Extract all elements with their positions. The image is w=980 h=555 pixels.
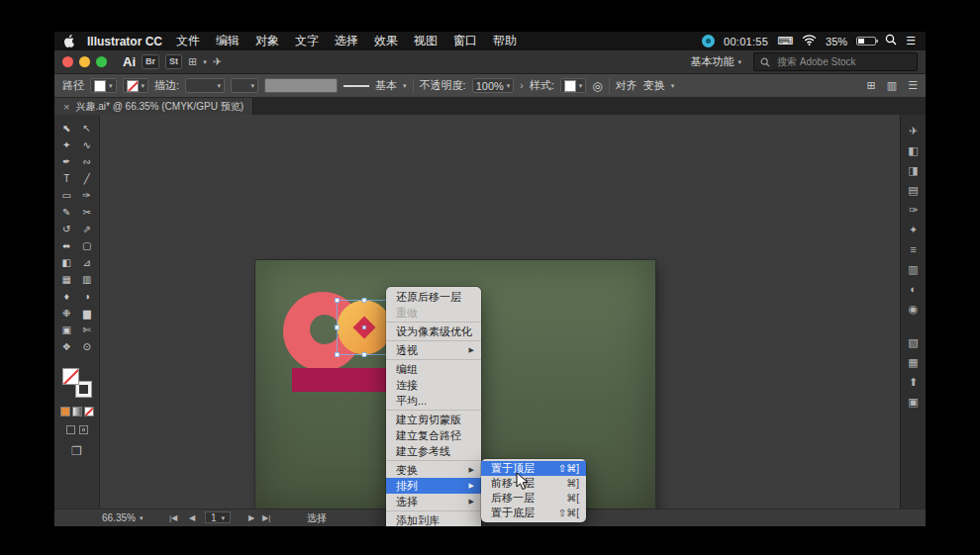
scale-tool[interactable]: ⇗ xyxy=(77,221,98,237)
symbols-panel-icon[interactable]: ✦ xyxy=(901,220,926,239)
layers-panel-icon[interactable]: ▧ xyxy=(901,332,926,352)
opacity-dropdown[interactable]: 100%▾ xyxy=(472,78,515,93)
none-button[interactable] xyxy=(84,407,94,416)
shape-builder-tool[interactable]: ◧ xyxy=(56,254,77,271)
blend-tool[interactable]: ◑ xyxy=(77,288,98,305)
color-button[interactable] xyxy=(60,407,70,416)
stock-search-input[interactable] xyxy=(775,55,900,68)
gradient-panel-icon[interactable]: ▥ xyxy=(901,259,926,279)
menu-item-make-pixel-perfect[interactable]: 设为像素级优化 xyxy=(386,324,481,339)
apple-menu[interactable] xyxy=(64,35,75,47)
menubar-item-effect[interactable]: 效果 xyxy=(366,33,406,49)
menubar-item-view[interactable]: 视图 xyxy=(406,33,445,49)
menubar-item-help[interactable]: 帮助 xyxy=(485,33,525,49)
paintbrush-tool[interactable]: ✑ xyxy=(77,187,98,204)
line-segment-tool[interactable]: ╱ xyxy=(77,170,98,187)
menubar-item-edit[interactable]: 编辑 xyxy=(208,33,247,49)
menubar-list-icon[interactable]: ☰ xyxy=(906,36,916,46)
opacity-spinner-icon[interactable]: › xyxy=(520,80,523,91)
first-artboard-button[interactable]: |◀ xyxy=(169,509,177,526)
artboards-panel-icon[interactable]: ▦ xyxy=(901,352,926,372)
selection-tool[interactable]: ⬉ xyxy=(56,120,77,137)
width-tool[interactable]: ⬌ xyxy=(56,237,77,254)
menu-item-perspective[interactable]: 透视▶ xyxy=(386,342,481,358)
stroke-panel-icon[interactable]: ≡ xyxy=(901,239,926,259)
libraries-panel-icon[interactable]: ✈ xyxy=(901,121,926,140)
color-guide-panel-icon[interactable]: ◨ xyxy=(901,160,926,180)
workspace-grid-icon[interactable]: ⊞ xyxy=(867,79,876,92)
fill-stroke-control[interactable] xyxy=(62,368,92,398)
last-artboard-button[interactable]: ▶| xyxy=(262,509,270,526)
draw-behind-mode[interactable] xyxy=(79,425,88,434)
menu-item-send-to-back[interactable]: 置于底层⇧⌘[ xyxy=(481,506,586,520)
artboard-tool[interactable]: ▣ xyxy=(56,322,77,338)
hand-tool[interactable]: ❖ xyxy=(56,338,77,355)
canvas[interactable] xyxy=(100,115,900,509)
fill-swatch[interactable] xyxy=(62,368,79,385)
menu-item-make-compound-path[interactable]: 建立复合路径 xyxy=(386,427,481,443)
color-panel-icon[interactable]: ◧ xyxy=(901,140,926,160)
lasso-tool[interactable]: ∿ xyxy=(77,137,98,153)
menu-item-bring-forward[interactable]: 前移一层⌘] xyxy=(481,476,586,491)
zoom-tool[interactable]: ⊙ xyxy=(77,338,98,355)
menu-item-select[interactable]: 选择▶ xyxy=(386,494,481,509)
menu-item-join[interactable]: 连接 xyxy=(386,377,481,393)
menubar-app-name[interactable]: Illustrator CC xyxy=(87,35,162,48)
menubar-item-object[interactable]: 对象 xyxy=(247,33,287,49)
close-tab-icon[interactable]: × xyxy=(63,101,69,113)
screen-recording-icon[interactable] xyxy=(702,35,715,47)
previous-artboard-button[interactable]: ◀ xyxy=(189,509,195,526)
free-transform-tool[interactable]: ▢ xyxy=(77,237,98,254)
brush-size-dropdown[interactable]: ▾ xyxy=(231,78,258,93)
menu-item-arrange[interactable]: 排列▶ xyxy=(386,478,481,494)
input-source-icon[interactable]: ⌨ xyxy=(777,36,793,46)
pen-tool[interactable]: ✒ xyxy=(56,153,77,170)
rectangle-tool[interactable]: ▭ xyxy=(56,187,77,204)
slice-tool[interactable]: ✄ xyxy=(77,322,98,338)
menu-item-bring-to-front[interactable]: 置于顶层⇧⌘] xyxy=(481,461,586,476)
next-artboard-button[interactable]: ▶ xyxy=(248,509,254,526)
transform-button[interactable]: 变换 xyxy=(643,78,665,93)
control-panel-menu-icon[interactable]: ☰ xyxy=(908,79,918,92)
touch-workspace-icon[interactable]: ✈ xyxy=(213,55,222,68)
stock-button[interactable]: St xyxy=(165,54,182,69)
column-graph-tool[interactable]: ▆ xyxy=(77,305,98,322)
brushes-panel-icon[interactable]: ✑ xyxy=(901,200,926,220)
recolor-artwork-icon[interactable]: ◎ xyxy=(592,79,602,93)
gradient-button[interactable] xyxy=(72,407,82,416)
fill-color-control[interactable]: ▾ xyxy=(90,78,117,93)
appearance-panel-icon[interactable]: ◉ xyxy=(901,299,926,319)
mesh-tool[interactable]: ▦ xyxy=(56,271,77,288)
transparency-panel-icon[interactable]: ◐ xyxy=(901,279,926,299)
swatches-panel-icon[interactable]: ▤ xyxy=(901,180,926,200)
wifi-icon[interactable] xyxy=(802,35,817,48)
menu-item-transform[interactable]: 变换▶ xyxy=(386,462,481,478)
arrange-documents-icon[interactable]: ⊞ xyxy=(188,55,197,68)
menubar-item-select[interactable]: 选择 xyxy=(327,33,366,49)
style-dropdown[interactable]: ▾ xyxy=(560,78,587,93)
zoom-window-button[interactable] xyxy=(96,56,107,67)
menu-item-add-to-library[interactable]: 添加到库 xyxy=(386,512,481,526)
perspective-grid-tool[interactable]: ⊿ xyxy=(77,254,98,271)
spotlight-icon[interactable] xyxy=(885,34,897,48)
stroke-weight-dropdown[interactable]: ▾ xyxy=(185,78,225,93)
menubar-item-window[interactable]: 窗口 xyxy=(445,33,485,49)
eyedropper-tool[interactable]: ♦ xyxy=(56,288,77,305)
menubar-item-type[interactable]: 文字 xyxy=(287,33,327,49)
menu-item-group[interactable]: 编组 xyxy=(386,361,481,377)
minimize-window-button[interactable] xyxy=(79,56,90,67)
curvature-tool[interactable]: ∾ xyxy=(77,153,98,170)
asset-export-panel-icon[interactable]: ⬆ xyxy=(901,372,926,392)
document-tab[interactable]: × 兴趣.ai* @ 66.35% (CMYK/GPU 预览) xyxy=(54,98,253,115)
draw-normal-mode[interactable] xyxy=(66,425,75,434)
symbol-sprayer-tool[interactable]: ❉ xyxy=(56,305,77,322)
panel-columns-icon[interactable]: ▥ xyxy=(887,79,897,92)
workspace-switcher[interactable]: 基本功能 ▾ xyxy=(690,54,741,69)
menu-item-make-clipping-mask[interactable]: 建立剪切蒙版 xyxy=(386,412,481,427)
magic-wand-tool[interactable]: ✦ xyxy=(56,137,77,153)
gradient-tool[interactable]: ▥ xyxy=(77,271,98,288)
menu-item-average[interactable]: 平均... xyxy=(386,393,481,409)
align-button[interactable]: 对齐 xyxy=(616,78,637,93)
rotate-tool[interactable]: ↺ xyxy=(56,221,77,237)
menu-item-make-guides[interactable]: 建立参考线 xyxy=(386,443,481,459)
